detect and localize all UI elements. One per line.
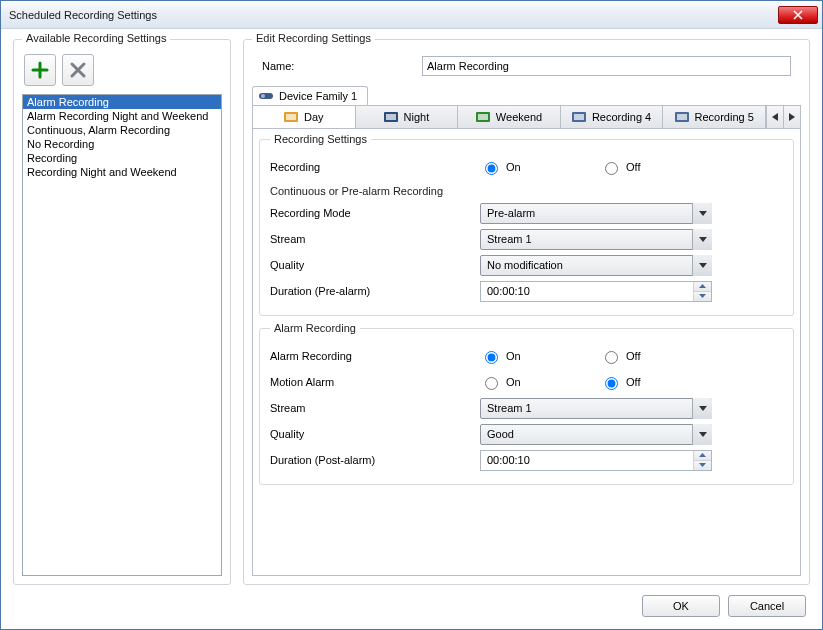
recording-on-radio[interactable]: [485, 162, 498, 175]
ok-button[interactable]: OK: [642, 595, 720, 617]
alarm-rec-row: Alarm Recording On Off: [270, 344, 783, 368]
motion-row: Motion Alarm On Off: [270, 370, 783, 394]
window-title: Scheduled Recording Settings: [9, 9, 778, 21]
delete-button[interactable]: [62, 54, 94, 86]
motion-off-radio[interactable]: [605, 377, 618, 390]
calendar-icon: [572, 112, 586, 122]
stream-label: Stream: [270, 233, 480, 245]
tabs-scroll-right[interactable]: [783, 106, 800, 128]
alarm-rec-off[interactable]: Off: [600, 348, 680, 364]
device-tab-body: DayNightWeekendRecording 4Recording 5 Re…: [252, 105, 801, 576]
list-item[interactable]: Alarm Recording Night and Weekend: [23, 109, 221, 123]
tab-label: Day: [304, 111, 324, 123]
svg-rect-9: [574, 114, 584, 120]
duration-pre-spinner[interactable]: [480, 281, 712, 302]
tab-label: Night: [404, 111, 430, 123]
settings-listbox[interactable]: Alarm RecordingAlarm Recording Night and…: [22, 94, 222, 576]
on-label: On: [506, 161, 521, 173]
tab-schedule-weekend[interactable]: Weekend: [458, 106, 561, 128]
continuous-prealarm-title: Continuous or Pre-alarm Recording: [270, 185, 783, 197]
alarm-recording-legend: Alarm Recording: [270, 322, 360, 334]
add-button[interactable]: [24, 54, 56, 86]
list-item[interactable]: Alarm Recording: [23, 95, 221, 109]
stream-select[interactable]: Stream 1: [480, 229, 712, 250]
mode-row: Recording Mode Pre-alarm: [270, 201, 783, 225]
chevron-down-icon: [692, 203, 712, 224]
recording-off[interactable]: Off: [600, 159, 680, 175]
duration-pre-label: Duration (Pre-alarm): [270, 285, 480, 297]
plus-icon: [30, 60, 50, 80]
chevron-down-icon: [692, 424, 712, 445]
svg-rect-7: [478, 114, 488, 120]
quality-row: Quality No modification: [270, 253, 783, 277]
list-item[interactable]: Recording: [23, 151, 221, 165]
cancel-button[interactable]: Cancel: [728, 595, 806, 617]
stream-value: Stream 1: [487, 233, 532, 245]
duration-pre-input[interactable]: [481, 282, 693, 301]
mode-select[interactable]: Pre-alarm: [480, 203, 712, 224]
off-label: Off: [626, 350, 640, 362]
mode-value: Pre-alarm: [487, 207, 535, 219]
alarm-rec-label: Alarm Recording: [270, 350, 480, 362]
content-area: Available Recording Settings Alarm Recor…: [1, 29, 822, 629]
alarm-stream-label: Stream: [270, 402, 480, 414]
tab-device-family[interactable]: Device Family 1: [252, 86, 368, 105]
chevron-down-icon: [692, 255, 712, 276]
tabs-scroll-left[interactable]: [766, 106, 783, 128]
alarm-rec-on[interactable]: On: [480, 348, 560, 364]
available-settings-group: Available Recording Settings Alarm Recor…: [13, 39, 231, 585]
recording-on[interactable]: On: [480, 159, 560, 175]
alarm-stream-select[interactable]: Stream 1: [480, 398, 712, 419]
calendar-icon: [675, 112, 689, 122]
recording-settings-legend: Recording Settings: [270, 133, 371, 145]
spin-up-icon[interactable]: [694, 451, 711, 461]
chevron-left-icon: [772, 113, 778, 121]
alarm-rec-on-radio[interactable]: [485, 351, 498, 364]
edit-settings-group: Edit Recording Settings Name: Device Fam…: [243, 39, 810, 585]
svg-rect-3: [286, 114, 296, 120]
tab-schedule-recording-5[interactable]: Recording 5: [663, 106, 766, 128]
spinner-buttons: [693, 282, 711, 301]
device-tabs: Device Family 1: [252, 86, 801, 105]
duration-post-row: Duration (Post-alarm): [270, 448, 783, 472]
tab-label: Weekend: [496, 111, 542, 123]
quality-select[interactable]: No modification: [480, 255, 712, 276]
close-button[interactable]: [778, 6, 818, 24]
tab-schedule-recording-4[interactable]: Recording 4: [561, 106, 664, 128]
tab-schedule-night[interactable]: Night: [356, 106, 459, 128]
alarm-quality-select[interactable]: Good: [480, 424, 712, 445]
duration-post-label: Duration (Post-alarm): [270, 454, 480, 466]
list-item[interactable]: Continuous, Alarm Recording: [23, 123, 221, 137]
motion-on[interactable]: On: [480, 374, 560, 390]
motion-options: On Off: [480, 374, 680, 390]
schedule-tabs: DayNightWeekendRecording 4Recording 5: [253, 106, 800, 129]
duration-post-spinner[interactable]: [480, 450, 712, 471]
close-icon: [792, 10, 804, 20]
list-item[interactable]: No Recording: [23, 137, 221, 151]
recording-off-radio[interactable]: [605, 162, 618, 175]
duration-post-input[interactable]: [481, 451, 693, 470]
name-input[interactable]: [422, 56, 791, 76]
alarm-stream-row: Stream Stream 1: [270, 396, 783, 420]
alarm-rec-off-radio[interactable]: [605, 351, 618, 364]
alarm-stream-value: Stream 1: [487, 402, 532, 414]
alarm-rec-options: On Off: [480, 348, 680, 364]
spin-down-icon[interactable]: [694, 292, 711, 301]
mode-label: Recording Mode: [270, 207, 480, 219]
list-toolbar: [22, 50, 222, 94]
available-settings-title: Available Recording Settings: [22, 32, 170, 44]
motion-off[interactable]: Off: [600, 374, 680, 390]
calendar-icon: [384, 112, 398, 122]
spin-down-icon[interactable]: [694, 461, 711, 470]
dialog-footer: OK Cancel: [13, 585, 810, 621]
list-item[interactable]: Recording Night and Weekend: [23, 165, 221, 179]
svg-rect-11: [677, 114, 687, 120]
edit-settings-title: Edit Recording Settings: [252, 32, 375, 44]
ok-label: OK: [673, 600, 689, 612]
motion-on-radio[interactable]: [485, 377, 498, 390]
tab-schedule-day[interactable]: Day: [253, 106, 356, 129]
spin-up-icon[interactable]: [694, 282, 711, 292]
recording-label: Recording: [270, 161, 480, 173]
columns: Available Recording Settings Alarm Recor…: [13, 39, 810, 585]
chevron-down-icon: [692, 229, 712, 250]
